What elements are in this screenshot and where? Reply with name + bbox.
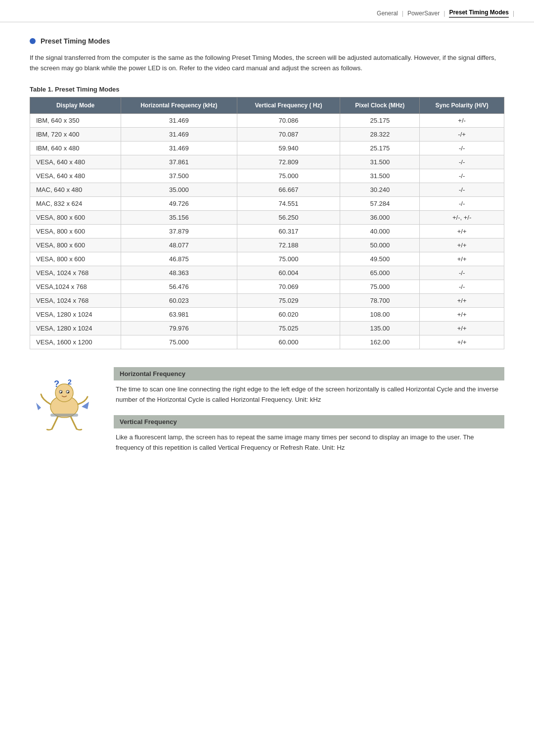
- blue-dot-icon: [30, 38, 36, 44]
- table-row: VESA, 800 x 60037.87960.31740.000+/+: [30, 225, 504, 238]
- cell-display-mode: VESA, 800 x 600: [30, 252, 121, 266]
- cell-value: 65.000: [340, 266, 420, 280]
- cell-value: +/+: [420, 252, 504, 266]
- cell-value: 70.069: [237, 280, 340, 294]
- cell-value: 56.476: [121, 280, 237, 294]
- cell-value: +/-, +/-: [420, 211, 504, 225]
- cell-value: 66.667: [237, 183, 340, 197]
- cell-value: 31.469: [121, 114, 237, 128]
- cell-display-mode: IBM, 720 x 400: [30, 128, 121, 142]
- cell-value: 49.726: [121, 197, 237, 211]
- cell-value: 30.240: [340, 183, 420, 197]
- cell-value: 31.469: [121, 142, 237, 155]
- info-blocks: Horizontal Frequency The time to scan on…: [114, 367, 504, 463]
- cell-value: 35.156: [121, 211, 237, 225]
- cell-display-mode: VESA, 640 x 480: [30, 169, 121, 183]
- table-row: VESA, 800 x 60048.07772.18850.000+/+: [30, 238, 504, 252]
- cell-display-mode: VESA, 800 x 600: [30, 225, 121, 238]
- cell-value: 60.023: [121, 294, 237, 308]
- table-row: VESA, 1024 x 76860.02375.02978.700+/+: [30, 294, 504, 308]
- cell-value: 37.861: [121, 155, 237, 169]
- cell-display-mode: IBM, 640 x 350: [30, 114, 121, 128]
- table-row: VESA, 1280 x 102479.97675.025135.00+/+: [30, 322, 504, 335]
- cell-value: 49.500: [340, 252, 420, 266]
- svg-point-4: [61, 392, 62, 393]
- cell-display-mode: MAC, 640 x 480: [30, 183, 121, 197]
- table-row: VESA, 800 x 60046.87575.00049.500+/+: [30, 252, 504, 266]
- cell-value: 25.175: [340, 114, 420, 128]
- nav-sep-2: |: [444, 10, 445, 17]
- svg-point-5: [68, 392, 69, 393]
- cell-value: +/+: [420, 238, 504, 252]
- cell-display-mode: VESA, 800 x 600: [30, 238, 121, 252]
- cell-value: +/+: [420, 335, 504, 349]
- svg-text:?: ?: [54, 379, 59, 389]
- cell-value: +/+: [420, 225, 504, 238]
- table-row: VESA, 640 x 48037.50075.00031.500-/-: [30, 169, 504, 183]
- table-row: VESA, 800 x 60035.15656.25036.000+/-, +/…: [30, 211, 504, 225]
- cell-value: 57.284: [340, 197, 420, 211]
- cell-value: 74.551: [237, 197, 340, 211]
- page-description: If the signal transferred from the compu…: [30, 53, 504, 74]
- cell-value: 35.000: [121, 183, 237, 197]
- col-display-mode: Display Mode: [30, 97, 121, 114]
- cell-value: -/-: [420, 183, 504, 197]
- table-header-row: Display Mode Horizontal Frequency (kHz) …: [30, 97, 504, 114]
- cell-value: 31.469: [121, 128, 237, 142]
- info-section: ? 2 Horizo: [30, 367, 504, 463]
- cell-value: 72.809: [237, 155, 340, 169]
- cell-value: 75.000: [237, 252, 340, 266]
- cell-display-mode: IBM, 640 x 480: [30, 142, 121, 155]
- cell-value: 70.087: [237, 128, 340, 142]
- cell-value: 31.500: [340, 155, 420, 169]
- info-block-h-title: Horizontal Frequency: [114, 367, 504, 380]
- cell-value: 36.000: [340, 211, 420, 225]
- table-row: VESA, 1280 x 102463.98160.020108.00+/+: [30, 308, 504, 322]
- figure-svg: ? 2: [32, 372, 96, 431]
- cell-display-mode: VESA, 640 x 480: [30, 155, 121, 169]
- cell-display-mode: VESA, 1280 x 1024: [30, 308, 121, 322]
- table-row: VESA, 1024 x 76848.36360.00465.000-/-: [30, 266, 504, 280]
- cell-value: +/-: [420, 114, 504, 128]
- cell-value: 59.940: [237, 142, 340, 155]
- cell-value: +/+: [420, 308, 504, 322]
- cell-value: 31.500: [340, 169, 420, 183]
- cell-value: 56.250: [237, 211, 340, 225]
- col-h-freq: Horizontal Frequency (kHz): [121, 97, 237, 114]
- cell-value: 37.500: [121, 169, 237, 183]
- nav-powersaver[interactable]: PowerSaver: [407, 10, 440, 17]
- info-block-v-text: Like a fluorescent lamp, the screen has …: [114, 432, 504, 453]
- cell-value: -/-: [420, 142, 504, 155]
- table-title: Table 1. Preset Timing Modes: [30, 86, 504, 93]
- nav-preset-timing[interactable]: Preset Timing Modes: [449, 9, 508, 18]
- info-block-vertical: Vertical Frequency Like a fluorescent la…: [114, 415, 504, 453]
- cell-display-mode: VESA, 1024 x 768: [30, 294, 121, 308]
- cell-value: 60.000: [237, 335, 340, 349]
- cell-value: +/+: [420, 322, 504, 335]
- cell-value: 63.981: [121, 308, 237, 322]
- nav-sep-1: |: [402, 10, 403, 17]
- page-title-row: Preset Timing Modes: [30, 37, 504, 45]
- cell-value: 75.000: [237, 169, 340, 183]
- cell-value: 25.175: [340, 142, 420, 155]
- table-row: VESA, 640 x 48037.86172.80931.500-/-: [30, 155, 504, 169]
- info-block-h-text: The time to scan one line connecting the…: [114, 384, 504, 405]
- info-image: ? 2: [30, 367, 99, 431]
- cell-value: -/-: [420, 280, 504, 294]
- cell-value: 108.00: [340, 308, 420, 322]
- nav-sep-3: |: [513, 10, 514, 17]
- nav-general[interactable]: General: [377, 10, 398, 17]
- cell-value: -/-: [420, 266, 504, 280]
- cell-value: -/+: [420, 128, 504, 142]
- cell-value: 75.029: [237, 294, 340, 308]
- table-row: MAC, 640 x 48035.00066.66730.240-/-: [30, 183, 504, 197]
- cell-value: 46.875: [121, 252, 237, 266]
- cell-value: -/-: [420, 169, 504, 183]
- cell-value: -/-: [420, 155, 504, 169]
- cell-value: 60.020: [237, 308, 340, 322]
- cell-display-mode: VESA, 1600 x 1200: [30, 335, 121, 349]
- cell-value: 48.363: [121, 266, 237, 280]
- col-v-freq: Vertical Frequency ( Hz): [237, 97, 340, 114]
- cell-value: 28.322: [340, 128, 420, 142]
- cell-value: 70.086: [237, 114, 340, 128]
